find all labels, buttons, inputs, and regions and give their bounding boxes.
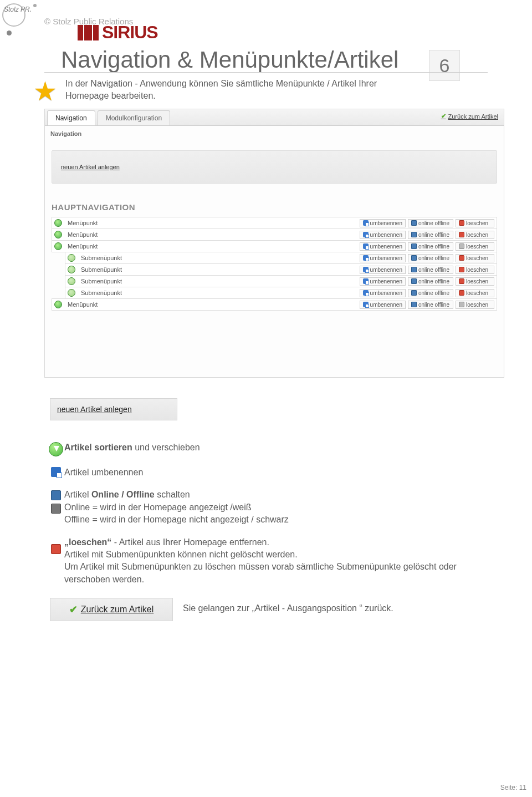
online-offline-button[interactable]: online offline xyxy=(408,266,453,274)
rename-button[interactable]: umbenennen xyxy=(360,289,406,297)
disk-icon xyxy=(411,278,417,284)
drag-handle-icon[interactable] xyxy=(68,277,75,285)
rename-button[interactable]: umbenennen xyxy=(360,254,406,262)
online-offline-button[interactable]: online offline xyxy=(408,277,453,286)
delete-button[interactable]: loeschen xyxy=(456,277,494,286)
tab-navigation[interactable]: Navigation xyxy=(47,110,95,125)
nav-row-label: Menüpunkt xyxy=(68,231,360,238)
nav-row-label: Submenüpunkt xyxy=(81,278,360,285)
legend-row-onoff: Artikel Online / Offline schalten Online… xyxy=(48,489,482,526)
cms-screenshot-panel: Navigation Modulkonfiguration ✔ Zurück z… xyxy=(44,109,504,378)
back-link-label: Zurück zum Artikel xyxy=(448,113,498,120)
drag-handle-icon[interactable] xyxy=(54,242,62,250)
edit-icon xyxy=(363,290,369,296)
nav-row: Submenüpunktumbenennenonline offlineloes… xyxy=(65,275,497,287)
drag-handle-icon[interactable] xyxy=(54,219,62,227)
disk-icon xyxy=(411,255,417,261)
nav-row: Menüpunktumbenennenonline offlineloesche… xyxy=(52,229,497,241)
delete-button[interactable]: loeschen xyxy=(456,219,494,227)
delete-button[interactable]: loeschen xyxy=(456,231,494,239)
drag-handle-icon[interactable] xyxy=(68,289,75,297)
back-fragment-label: Zurück zum Artikel xyxy=(81,605,154,615)
legend-onoff-pre: Artikel xyxy=(64,490,91,499)
delete-button[interactable]: loeschen xyxy=(456,289,494,297)
nav-row-actions: umbenennenonline offlineloeschen xyxy=(360,219,494,227)
new-article-fragment: neuen Artikel anlegen xyxy=(50,398,177,420)
new-article-fragment-link[interactable]: neuen Artikel anlegen xyxy=(57,405,132,414)
drag-handle-icon[interactable] xyxy=(54,301,62,308)
back-to-article-link[interactable]: ✔ Zurück zum Artikel xyxy=(441,113,498,120)
trash-icon xyxy=(459,232,464,237)
back-fragment[interactable]: ✔ Zurück zum Artikel xyxy=(50,598,173,621)
page-title: Navigation & Menüpunkte/Artikel xyxy=(61,47,398,73)
trash-icon xyxy=(459,278,464,284)
online-offline-button[interactable]: online offline xyxy=(408,289,453,297)
edit-icon xyxy=(363,278,369,284)
nav-row: Menüpunktumbenennenonline offlineloesche… xyxy=(52,298,497,311)
nav-row-actions: umbenennenonline offlineloeschen xyxy=(360,242,494,251)
online-offline-button[interactable]: online offline xyxy=(408,231,453,239)
sort-arrow-icon xyxy=(49,442,63,456)
disk-icon xyxy=(411,232,417,237)
online-offline-button[interactable]: online offline xyxy=(408,219,453,227)
edit-icon xyxy=(51,467,61,477)
rename-button[interactable]: umbenennen xyxy=(360,219,406,227)
legend-sort-rest: und verschieben xyxy=(132,443,200,452)
disk-icon xyxy=(411,290,417,296)
delete-button[interactable]: loeschen xyxy=(456,266,494,274)
back-description: Sie gelangen zur „Artikel - Ausgangsposi… xyxy=(183,603,393,613)
online-offline-button[interactable]: online offline xyxy=(408,301,453,309)
check-icon: ✔ xyxy=(441,113,446,120)
online-offline-button[interactable]: online offline xyxy=(408,254,453,262)
trash-icon xyxy=(459,290,464,296)
online-offline-button[interactable]: online offline xyxy=(408,242,453,251)
legend-onoff-post: schalten xyxy=(155,490,190,499)
rename-button[interactable]: umbenennen xyxy=(360,231,406,239)
page-number-box: 6 xyxy=(429,50,460,81)
trash-icon xyxy=(459,302,464,307)
edit-icon xyxy=(363,243,369,249)
panel-subheading: Navigation xyxy=(45,126,504,138)
rename-button[interactable]: umbenennen xyxy=(360,266,406,274)
delete-button[interactable]: loeschen xyxy=(456,254,494,262)
drag-handle-icon[interactable] xyxy=(68,266,75,273)
rename-button[interactable]: umbenennen xyxy=(360,277,406,286)
disk-icon xyxy=(411,267,417,272)
legend-row-sort: Artikel sortieren und verschieben xyxy=(48,441,482,456)
new-article-link[interactable]: neuen Artikel anlegen xyxy=(61,164,120,170)
edit-icon xyxy=(363,220,369,226)
nav-row-label: Menüpunkt xyxy=(68,220,360,226)
nav-row-actions: umbenennenonline offlineloeschen xyxy=(360,301,494,309)
legend-row-delete: „loeschen“ - Artikel aus Ihrer Homepage … xyxy=(48,536,482,586)
legend-onoff-strong: Online / Offline xyxy=(91,490,155,499)
nav-row: Menüpunktumbenennenonline offlineloesche… xyxy=(52,240,497,252)
drag-handle-icon[interactable] xyxy=(68,254,75,262)
legend-del-l2: Artikel mit Submenüpunkten können nicht … xyxy=(64,549,482,561)
nav-row: Submenüpunktumbenennenonline offlineloes… xyxy=(65,252,497,264)
legend-onoff-l3: Offline = wird in der Homepage nicht ang… xyxy=(64,514,289,526)
trash-icon xyxy=(459,267,464,272)
nav-table: Menüpunktumbenennenonline offlineloesche… xyxy=(52,217,497,311)
trash-icon xyxy=(459,255,464,261)
rename-button[interactable]: umbenennen xyxy=(360,301,406,309)
intro-text: In der Navigation - Anwendung können Sie… xyxy=(65,78,398,101)
nav-row-label: Menüpunkt xyxy=(68,243,360,250)
tab-modulkonfiguration[interactable]: Modulkonfiguration xyxy=(98,110,170,125)
sirius-logo: SIRIUS xyxy=(78,22,158,43)
legend-row-rename: Artikel umbenennen xyxy=(48,466,482,479)
disk-icon xyxy=(411,220,417,226)
nav-row-actions: umbenennenonline offlineloeschen xyxy=(360,277,494,286)
disk-icon xyxy=(411,302,417,307)
nav-row: Submenüpunktumbenennenonline offlineloes… xyxy=(65,263,497,276)
drag-handle-icon[interactable] xyxy=(54,231,62,238)
trash-icon xyxy=(51,544,61,554)
delete-button: loeschen xyxy=(456,301,494,309)
tab-bar: Navigation Modulkonfiguration ✔ Zurück z… xyxy=(45,109,504,126)
nav-row-actions: umbenennenonline offlineloeschen xyxy=(360,254,494,262)
nav-row-actions: umbenennenonline offlineloeschen xyxy=(360,289,494,297)
rename-button[interactable]: umbenennen xyxy=(360,242,406,251)
main-nav-heading: HAUPTNAVIGATION xyxy=(52,202,497,212)
disk-online-icon xyxy=(51,490,61,500)
footer-page-number: Seite: 11 xyxy=(500,784,526,791)
new-article-bar: neuen Artikel anlegen xyxy=(52,150,497,184)
